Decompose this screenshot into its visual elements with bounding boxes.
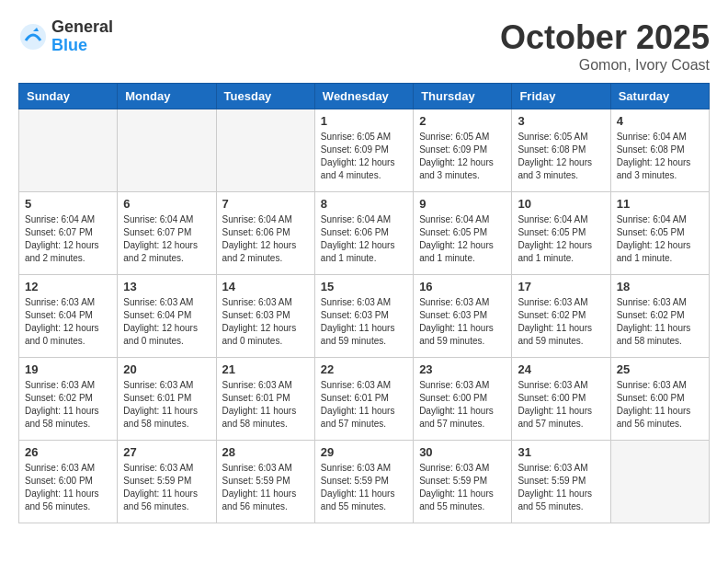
day-info: Sunrise: 6:03 AM Sunset: 5:59 PM Dayligh… xyxy=(222,462,309,513)
logo-text: General Blue xyxy=(51,18,113,55)
calendar-cell: 8Sunrise: 6:04 AM Sunset: 6:06 PM Daylig… xyxy=(314,192,413,275)
day-number: 20 xyxy=(123,362,210,376)
week-row-3: 12Sunrise: 6:03 AM Sunset: 6:04 PM Dayli… xyxy=(19,275,710,358)
day-number: 31 xyxy=(518,445,604,459)
day-info: Sunrise: 6:03 AM Sunset: 6:04 PM Dayligh… xyxy=(123,296,210,348)
day-info: Sunrise: 6:04 AM Sunset: 6:06 PM Dayligh… xyxy=(222,213,309,265)
calendar-cell xyxy=(610,441,709,523)
day-number: 27 xyxy=(123,445,210,459)
day-number: 13 xyxy=(123,280,210,293)
calendar-cell: 27Sunrise: 6:03 AM Sunset: 5:59 PM Dayli… xyxy=(118,441,216,523)
weekday-header-monday: Monday xyxy=(118,84,216,109)
calendar-cell: 1Sunrise: 6:05 AM Sunset: 6:09 PM Daylig… xyxy=(314,109,413,192)
calendar-cell: 25Sunrise: 6:03 AM Sunset: 6:00 PM Dayli… xyxy=(610,358,709,441)
calendar-cell: 3Sunrise: 6:05 AM Sunset: 6:08 PM Daylig… xyxy=(512,109,610,192)
day-number: 9 xyxy=(419,197,506,211)
day-number: 23 xyxy=(419,362,506,376)
day-number: 15 xyxy=(321,280,407,293)
calendar-cell xyxy=(118,109,216,192)
svg-point-0 xyxy=(20,24,46,50)
week-row-4: 19Sunrise: 6:03 AM Sunset: 6:02 PM Dayli… xyxy=(19,358,710,441)
day-info: Sunrise: 6:03 AM Sunset: 5:59 PM Dayligh… xyxy=(518,462,604,513)
week-row-5: 26Sunrise: 6:03 AM Sunset: 6:00 PM Dayli… xyxy=(19,441,710,523)
calendar-cell: 28Sunrise: 6:03 AM Sunset: 5:59 PM Dayli… xyxy=(216,441,314,523)
calendar-cell: 6Sunrise: 6:04 AM Sunset: 6:07 PM Daylig… xyxy=(118,192,216,275)
day-number: 28 xyxy=(222,445,309,459)
day-info: Sunrise: 6:03 AM Sunset: 6:03 PM Dayligh… xyxy=(419,296,506,348)
day-number: 24 xyxy=(518,362,604,376)
day-info: Sunrise: 6:04 AM Sunset: 6:05 PM Dayligh… xyxy=(518,213,604,265)
day-info: Sunrise: 6:03 AM Sunset: 6:03 PM Dayligh… xyxy=(321,296,407,348)
day-info: Sunrise: 6:03 AM Sunset: 6:01 PM Dayligh… xyxy=(222,379,309,431)
day-info: Sunrise: 6:05 AM Sunset: 6:08 PM Dayligh… xyxy=(518,131,604,182)
weekday-header-saturday: Saturday xyxy=(610,84,709,109)
day-info: Sunrise: 6:04 AM Sunset: 6:07 PM Dayligh… xyxy=(25,213,111,265)
day-number: 26 xyxy=(25,445,111,459)
day-info: Sunrise: 6:03 AM Sunset: 6:02 PM Dayligh… xyxy=(518,296,604,348)
weekday-header-wednesday: Wednesday xyxy=(314,84,413,109)
day-info: Sunrise: 6:03 AM Sunset: 6:02 PM Dayligh… xyxy=(25,379,111,431)
day-number: 2 xyxy=(419,114,506,128)
day-info: Sunrise: 6:03 AM Sunset: 6:01 PM Dayligh… xyxy=(321,379,407,431)
day-info: Sunrise: 6:03 AM Sunset: 6:00 PM Dayligh… xyxy=(617,379,703,431)
calendar-cell: 12Sunrise: 6:03 AM Sunset: 6:04 PM Dayli… xyxy=(19,275,118,358)
day-number: 11 xyxy=(617,197,703,211)
day-number: 7 xyxy=(222,197,309,211)
page-header: General Blue October 2025 Gomon, Ivory C… xyxy=(18,18,710,74)
logo-icon xyxy=(18,22,48,52)
day-number: 8 xyxy=(321,197,407,211)
day-info: Sunrise: 6:03 AM Sunset: 6:02 PM Dayligh… xyxy=(617,296,703,348)
week-row-2: 5Sunrise: 6:04 AM Sunset: 6:07 PM Daylig… xyxy=(19,192,710,275)
month-title: October 2025 xyxy=(500,18,710,57)
weekday-header-sunday: Sunday xyxy=(19,84,118,109)
weekday-header-friday: Friday xyxy=(512,84,610,109)
calendar-cell: 20Sunrise: 6:03 AM Sunset: 6:01 PM Dayli… xyxy=(118,358,216,441)
day-number: 3 xyxy=(518,114,604,128)
day-info: Sunrise: 6:03 AM Sunset: 5:59 PM Dayligh… xyxy=(419,462,506,513)
day-info: Sunrise: 6:04 AM Sunset: 6:05 PM Dayligh… xyxy=(419,213,506,265)
calendar-cell: 19Sunrise: 6:03 AM Sunset: 6:02 PM Dayli… xyxy=(19,358,118,441)
day-info: Sunrise: 6:05 AM Sunset: 6:09 PM Dayligh… xyxy=(419,131,506,182)
logo-general-text: General xyxy=(51,18,113,37)
day-number: 19 xyxy=(25,362,111,376)
day-info: Sunrise: 6:03 AM Sunset: 6:01 PM Dayligh… xyxy=(123,379,210,431)
day-number: 17 xyxy=(518,280,604,293)
day-info: Sunrise: 6:05 AM Sunset: 6:09 PM Dayligh… xyxy=(321,131,407,182)
day-number: 18 xyxy=(617,280,703,293)
calendar-cell: 7Sunrise: 6:04 AM Sunset: 6:06 PM Daylig… xyxy=(216,192,314,275)
day-number: 16 xyxy=(419,280,506,293)
day-number: 22 xyxy=(321,362,407,376)
calendar-cell: 2Sunrise: 6:05 AM Sunset: 6:09 PM Daylig… xyxy=(414,109,512,192)
calendar-cell: 31Sunrise: 6:03 AM Sunset: 5:59 PM Dayli… xyxy=(512,441,610,523)
calendar-cell: 15Sunrise: 6:03 AM Sunset: 6:03 PM Dayli… xyxy=(314,275,413,358)
calendar-cell: 11Sunrise: 6:04 AM Sunset: 6:05 PM Dayli… xyxy=(610,192,709,275)
calendar-cell: 5Sunrise: 6:04 AM Sunset: 6:07 PM Daylig… xyxy=(19,192,118,275)
weekday-header-tuesday: Tuesday xyxy=(216,84,314,109)
calendar-cell: 14Sunrise: 6:03 AM Sunset: 6:03 PM Dayli… xyxy=(216,275,314,358)
day-info: Sunrise: 6:03 AM Sunset: 5:59 PM Dayligh… xyxy=(321,462,407,513)
day-info: Sunrise: 6:03 AM Sunset: 6:03 PM Dayligh… xyxy=(222,296,309,348)
day-info: Sunrise: 6:04 AM Sunset: 6:05 PM Dayligh… xyxy=(617,213,703,265)
calendar-cell: 30Sunrise: 6:03 AM Sunset: 5:59 PM Dayli… xyxy=(414,441,512,523)
logo: General Blue xyxy=(18,18,113,55)
calendar-table: SundayMondayTuesdayWednesdayThursdayFrid… xyxy=(18,83,710,523)
location-subtitle: Gomon, Ivory Coast xyxy=(500,57,710,74)
day-number: 25 xyxy=(617,362,703,376)
day-info: Sunrise: 6:03 AM Sunset: 6:00 PM Dayligh… xyxy=(419,379,506,431)
day-number: 6 xyxy=(123,197,210,211)
calendar-cell: 22Sunrise: 6:03 AM Sunset: 6:01 PM Dayli… xyxy=(314,358,413,441)
week-row-1: 1Sunrise: 6:05 AM Sunset: 6:09 PM Daylig… xyxy=(19,109,710,192)
day-number: 12 xyxy=(25,280,111,293)
day-info: Sunrise: 6:03 AM Sunset: 5:59 PM Dayligh… xyxy=(123,462,210,513)
calendar-cell: 23Sunrise: 6:03 AM Sunset: 6:00 PM Dayli… xyxy=(414,358,512,441)
day-info: Sunrise: 6:03 AM Sunset: 6:04 PM Dayligh… xyxy=(25,296,111,348)
day-number: 21 xyxy=(222,362,309,376)
calendar-cell: 26Sunrise: 6:03 AM Sunset: 6:00 PM Dayli… xyxy=(19,441,118,523)
calendar-cell: 29Sunrise: 6:03 AM Sunset: 5:59 PM Dayli… xyxy=(314,441,413,523)
calendar-cell: 21Sunrise: 6:03 AM Sunset: 6:01 PM Dayli… xyxy=(216,358,314,441)
title-section: October 2025 Gomon, Ivory Coast xyxy=(500,18,710,74)
day-info: Sunrise: 6:04 AM Sunset: 6:06 PM Dayligh… xyxy=(321,213,407,265)
logo-blue-text: Blue xyxy=(51,37,113,55)
day-number: 10 xyxy=(518,197,604,211)
calendar-cell xyxy=(19,109,118,192)
